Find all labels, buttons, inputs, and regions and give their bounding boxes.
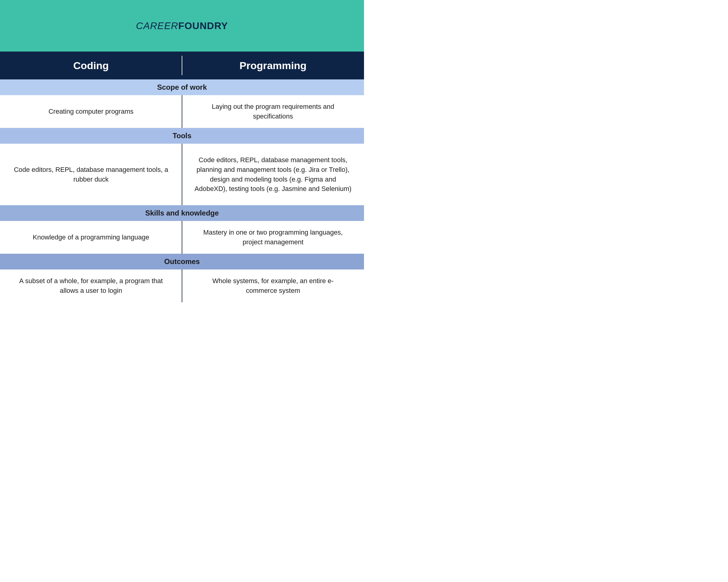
column-header-left: Coding [0, 52, 182, 79]
logo-part1: CAREER [136, 20, 178, 31]
column-header-right: Programming [182, 52, 364, 79]
section-header-tools: Tools [0, 128, 364, 144]
cell-outcomes-left: A subset of a whole, for example, a prog… [0, 270, 182, 302]
section-header-skills: Skills and knowledge [0, 205, 364, 221]
cell-tools-right: Code editors, REPL, database management … [182, 144, 364, 205]
cell-tools-left: Code editors, REPL, database management … [0, 144, 182, 205]
row-tools: Code editors, REPL, database management … [0, 144, 364, 205]
cell-scope-right: Laying out the program requirements and … [182, 95, 364, 128]
cell-scope-left: Creating computer programs [0, 95, 182, 128]
section-header-outcomes: Outcomes [0, 254, 364, 270]
cell-outcomes-right: Whole systems, for example, an entire e-… [182, 270, 364, 302]
cell-skills-left: Knowledge of a programming language [0, 221, 182, 254]
column-headers-row: Coding Programming [0, 52, 364, 79]
logo-part2: FOUNDRY [178, 20, 228, 31]
row-scope: Creating computer programs Laying out th… [0, 95, 364, 128]
section-header-scope: Scope of work [0, 79, 364, 95]
brand-header: CAREERFOUNDRY [0, 0, 364, 52]
logo: CAREERFOUNDRY [136, 20, 228, 31]
row-outcomes: A subset of a whole, for example, a prog… [0, 270, 364, 302]
cell-skills-right: Mastery in one or two programming langua… [182, 221, 364, 254]
row-skills: Knowledge of a programming language Mast… [0, 221, 364, 254]
comparison-table: CAREERFOUNDRY Coding Programming Scope o… [0, 0, 364, 302]
